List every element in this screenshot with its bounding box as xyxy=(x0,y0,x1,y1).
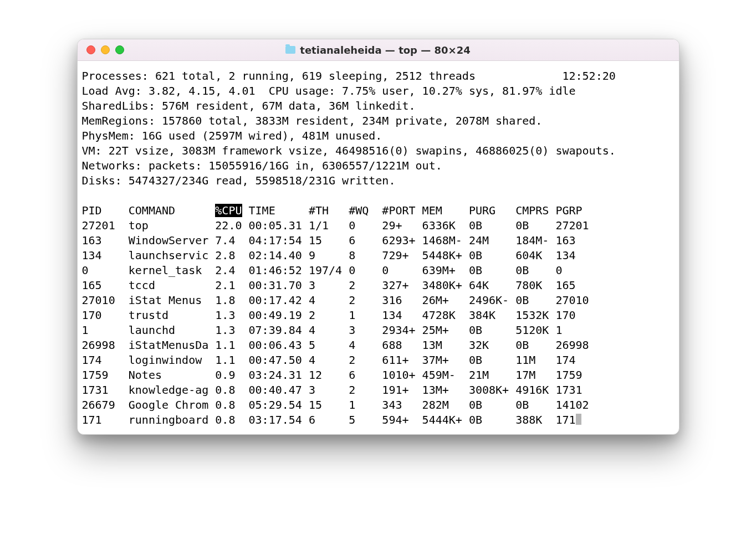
terminal-cursor xyxy=(576,414,581,425)
titlebar: tetianaleheida — top — 80×24 xyxy=(78,39,679,61)
minimize-button[interactable] xyxy=(101,45,110,54)
folder-icon xyxy=(285,46,295,54)
traffic-lights xyxy=(78,45,124,54)
close-button[interactable] xyxy=(86,45,95,54)
zoom-button[interactable] xyxy=(115,45,124,54)
window-title-text: tetianaleheida — top — 80×24 xyxy=(300,44,470,56)
window-title: tetianaleheida — top — 80×24 xyxy=(78,44,679,56)
terminal-window: tetianaleheida — top — 80×24 Processes: … xyxy=(77,39,680,435)
terminal-output[interactable]: Processes: 621 total, 2 running, 619 sle… xyxy=(78,61,679,434)
